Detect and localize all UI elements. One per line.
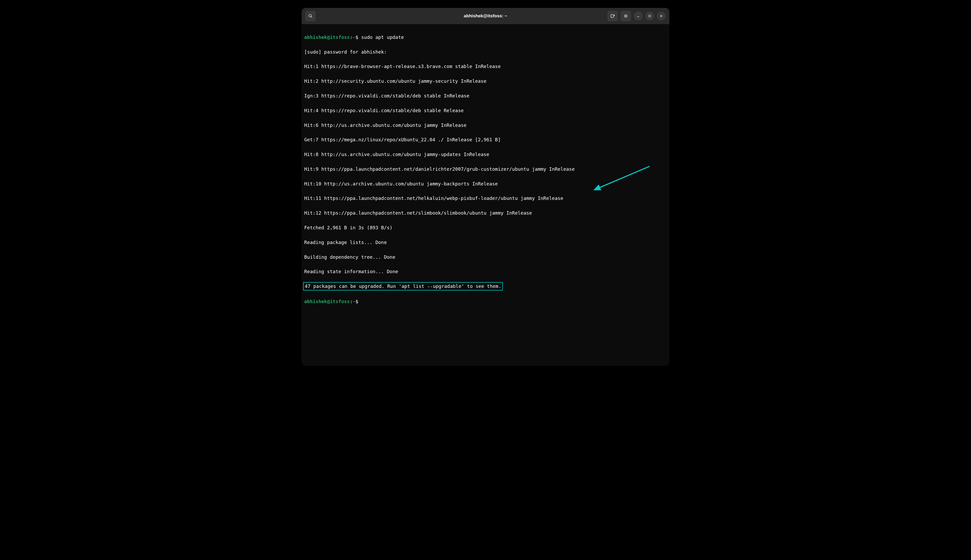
search-button[interactable] <box>305 11 316 21</box>
output-line: Get:7 https://mega.nz/linux/repo/xUbuntu… <box>304 136 667 143</box>
maximize-icon <box>648 14 652 18</box>
minimize-button[interactable] <box>634 12 642 20</box>
output-line: Hit:4 https://repo.vivaldi.com/stable/de… <box>304 107 667 114</box>
highlight-box: 47 packages can be upgraded. Run 'apt li… <box>303 282 503 290</box>
prompt-line-1: abhishek@itsfoss:~$ sudo apt update <box>304 33 667 41</box>
minimize-icon <box>636 14 640 18</box>
prompt-separator: : <box>350 298 352 304</box>
output-line: Hit:1 https://brave-browser-apt-release.… <box>304 63 667 70</box>
output-line: Hit:9 https://ppa.launchpadcontent.net/d… <box>304 165 667 173</box>
new-tab-icon <box>610 14 615 18</box>
svg-rect-9 <box>649 15 651 17</box>
annotation-arrow <box>575 155 655 201</box>
command-text: sudo apt update <box>361 34 404 40</box>
close-icon <box>659 14 663 18</box>
highlighted-output-line: 47 packages can be upgraded. Run 'apt li… <box>304 283 667 290</box>
window-title: abhishek@itsfoss: ~ <box>464 13 507 18</box>
output-line: Reading package lists... Done <box>304 239 667 246</box>
terminal-window: abhishek@itsfoss: ~ abhishek@itsfoss:~$ … <box>302 8 669 366</box>
output-line: Hit:12 https://ppa.launchpadcontent.net/… <box>304 209 667 217</box>
prompt-symbol: $ <box>355 298 358 304</box>
terminal-body[interactable]: abhishek@itsfoss:~$ sudo apt update [sud… <box>302 24 669 366</box>
new-tab-button[interactable] <box>607 11 618 21</box>
output-line: Reading state information... Done <box>304 268 667 275</box>
output-line: [sudo] password for abhishek: <box>304 48 667 56</box>
svg-rect-2 <box>611 15 614 18</box>
output-line: Hit:8 http://us.archive.ubuntu.com/ubunt… <box>304 151 667 158</box>
prompt-user-host: abhishek@itsfoss <box>304 34 350 40</box>
prompt-separator: : <box>350 34 352 40</box>
hamburger-menu-button[interactable] <box>621 11 631 21</box>
output-line: Ign:3 https://repo.vivaldi.com/stable/de… <box>304 92 667 100</box>
output-line: Building dependency tree... Done <box>304 253 667 261</box>
close-button[interactable] <box>657 12 666 20</box>
titlebar: abhishek@itsfoss: ~ <box>302 8 669 24</box>
output-line: Fetched 2,961 B in 3s (893 B/s) <box>304 224 667 232</box>
prompt-path: ~ <box>352 34 355 40</box>
maximize-button[interactable] <box>645 12 654 20</box>
svg-point-0 <box>309 15 311 17</box>
output-line: Hit:11 https://ppa.launchpadcontent.net/… <box>304 195 667 202</box>
output-line: Hit:6 http://us.archive.ubuntu.com/ubunt… <box>304 122 667 129</box>
output-line: Hit:2 http://security.ubuntu.com/ubuntu … <box>304 77 667 85</box>
prompt-user-host: abhishek@itsfoss <box>304 298 350 304</box>
svg-line-1 <box>311 17 312 18</box>
prompt-symbol: $ <box>355 34 358 40</box>
search-icon <box>308 14 313 18</box>
output-line: Hit:10 http://us.archive.ubuntu.com/ubun… <box>304 180 667 188</box>
hamburger-icon <box>624 14 628 18</box>
prompt-line-2: abhishek@itsfoss:~$ <box>304 298 667 305</box>
prompt-path: ~ <box>352 298 355 304</box>
